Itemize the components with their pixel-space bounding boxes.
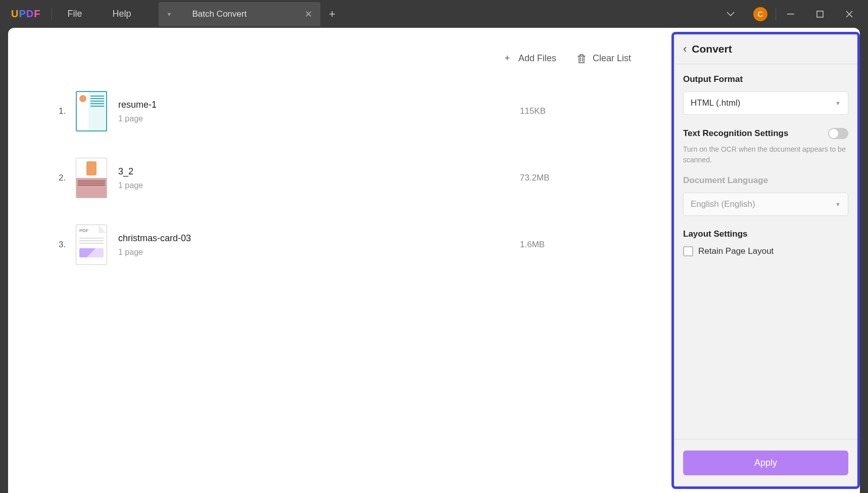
file-name: resume-1 <box>118 100 520 110</box>
file-pages: 1 page <box>118 181 520 190</box>
file-index: 2. <box>59 173 76 183</box>
retain-layout-checkbox[interactable]: Retain Page Layout <box>683 246 848 256</box>
titlebar-right: C <box>716 0 868 28</box>
language-value: English (English) <box>691 199 755 209</box>
file-info: resume-1 1 page <box>118 100 520 123</box>
clear-list-label: Clear List <box>593 53 631 64</box>
logo-u: U <box>11 8 19 19</box>
titlebar: UPDF File Help ▼ Batch Convert ✕ + C <box>0 0 868 28</box>
plus-icon: + <box>502 54 512 64</box>
dropdown-icon[interactable] <box>716 0 745 28</box>
panel-footer: Apply <box>674 439 857 486</box>
file-size: 115KB <box>520 106 631 116</box>
file-row[interactable]: 3. PDF christmas-card-03 1 page 1.6MB <box>59 211 631 278</box>
ocr-section-header: Text Recognition Settings <box>683 128 848 139</box>
clear-list-button[interactable]: Clear List <box>576 53 631 64</box>
ocr-label: Text Recognition Settings <box>683 128 788 139</box>
file-thumbnail <box>76 91 107 131</box>
checkbox-icon <box>683 246 693 256</box>
toggle-knob <box>829 129 838 138</box>
app-logo: UPDF <box>0 8 52 20</box>
file-thumbnail: PDF <box>76 225 107 265</box>
file-row[interactable]: 2. 3_2 1 page 73.2MB <box>59 145 631 211</box>
tab-close-icon[interactable]: ✕ <box>305 9 312 20</box>
back-icon[interactable]: ‹ <box>683 42 687 56</box>
file-row[interactable]: 1. resume-1 1 page 115KB <box>59 78 631 145</box>
tab-dropdown-icon[interactable]: ▼ <box>167 11 172 17</box>
file-panel: + Add Files Clear List 1. <box>44 46 645 278</box>
logo-f: F <box>34 8 40 19</box>
file-info: 3_2 1 page <box>118 166 520 190</box>
maximize-icon[interactable] <box>805 0 835 28</box>
svg-rect-1 <box>817 11 823 17</box>
ocr-hint: Turn on the OCR when the document appear… <box>683 144 848 165</box>
file-index: 1. <box>59 106 76 116</box>
convert-panel: ‹ Convert Output Format HTML (.html) ▼ T… <box>671 32 860 489</box>
panel-title: Convert <box>692 43 732 55</box>
menu-help[interactable]: Help <box>97 9 146 19</box>
tab-label: Batch Convert <box>192 9 247 19</box>
language-select[interactable]: English (English) ▼ <box>683 193 848 216</box>
file-toolbar: + Add Files Clear List <box>44 46 645 78</box>
svg-rect-0 <box>787 14 794 15</box>
main-area: + Add Files Clear List 1. <box>8 28 671 493</box>
file-list: 1. resume-1 1 page 115KB 2. <box>44 78 645 278</box>
file-pages: 1 page <box>118 114 520 123</box>
output-format-label: Output Format <box>683 74 848 84</box>
workspace: + Add Files Clear List 1. <box>8 28 860 493</box>
close-icon[interactable] <box>835 0 864 28</box>
minimize-icon[interactable] <box>776 0 805 28</box>
tab-batch-convert[interactable]: ▼ Batch Convert ✕ <box>159 2 320 26</box>
chevron-down-icon: ▼ <box>835 100 841 106</box>
output-format-value: HTML (.html) <box>691 98 741 108</box>
logo-p: P <box>19 8 26 19</box>
apply-button[interactable]: Apply <box>683 451 848 475</box>
file-pages: 1 page <box>118 248 520 257</box>
layout-settings-label: Layout Settings <box>683 229 848 239</box>
file-name: 3_2 <box>118 166 520 177</box>
file-name: christmas-card-03 <box>118 233 520 244</box>
logo-d: D <box>26 8 34 19</box>
output-format-select[interactable]: HTML (.html) ▼ <box>683 92 848 115</box>
add-files-button[interactable]: + Add Files <box>502 53 556 64</box>
file-thumbnail <box>76 158 107 198</box>
file-index: 3. <box>59 240 76 250</box>
menu-file[interactable]: File <box>52 9 97 19</box>
panel-body: Output Format HTML (.html) ▼ Text Recogn… <box>674 64 857 439</box>
add-files-label: Add Files <box>518 53 556 64</box>
user-avatar[interactable]: C <box>753 7 767 21</box>
ocr-toggle[interactable] <box>828 128 848 139</box>
trash-icon <box>576 54 587 64</box>
file-info: christmas-card-03 1 page <box>118 233 520 257</box>
file-size: 73.2MB <box>520 173 631 183</box>
file-size: 1.6MB <box>520 240 631 250</box>
language-label: Document Language <box>683 175 848 186</box>
new-tab-button[interactable]: + <box>322 2 343 26</box>
retain-layout-label: Retain Page Layout <box>698 246 774 256</box>
panel-header: ‹ Convert <box>674 34 857 64</box>
chevron-down-icon: ▼ <box>835 201 841 207</box>
tab-container: ▼ Batch Convert ✕ + <box>159 2 343 26</box>
